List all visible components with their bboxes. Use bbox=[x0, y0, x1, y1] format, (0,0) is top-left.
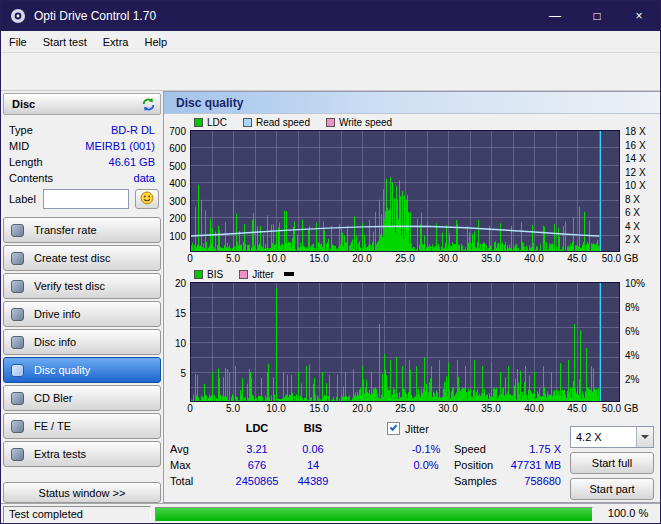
x-tick-label: 5.0 bbox=[226, 403, 240, 414]
y-tick-label: 12 X bbox=[625, 167, 646, 178]
y-tick-label: 14 X bbox=[625, 153, 646, 164]
y-tick-label: 16 X bbox=[625, 140, 646, 151]
y-tick-label: 15 bbox=[175, 308, 186, 319]
x-tick-label: 0 bbox=[187, 403, 193, 414]
menu-start-test[interactable]: Start test bbox=[35, 33, 95, 51]
length-value: 46.61 GB bbox=[109, 156, 155, 168]
jitter-swatch bbox=[239, 270, 248, 279]
test-speed-select[interactable]: 4.2 X bbox=[570, 426, 654, 448]
total-bis-value: 44389 bbox=[283, 475, 343, 487]
type-value: BD-R DL bbox=[111, 124, 155, 136]
max-ldc-value: 676 bbox=[222, 459, 292, 471]
y-tick-label: 700 bbox=[169, 126, 186, 137]
sidebar-item-fe-te[interactable]: FE / TE bbox=[3, 413, 161, 439]
contents-value[interactable]: data bbox=[134, 172, 155, 184]
field-type: Type BD-R DL bbox=[5, 123, 159, 139]
verify-test-disc-label: Verify test disc bbox=[34, 280, 105, 292]
x-tick-label: 25.0 bbox=[395, 253, 414, 264]
y-tick-label: 20 bbox=[175, 278, 186, 289]
app-window: Opti Drive Control 1.70 — □ × File Start… bbox=[0, 0, 661, 524]
ldc-column-header: LDC bbox=[222, 422, 292, 434]
x-tick-label: 20.0 bbox=[352, 253, 371, 264]
x-tick-label: 30.0 bbox=[438, 253, 457, 264]
ldc-x-axis: 05.010.015.020.025.030.035.040.045.050.0… bbox=[164, 252, 661, 266]
disc-section-header: Disc bbox=[3, 93, 161, 115]
avg-bis-value: 0.06 bbox=[283, 443, 343, 455]
close-button[interactable]: × bbox=[618, 1, 660, 31]
y-tick-label: 2% bbox=[625, 374, 639, 385]
start-full-button[interactable]: Start full bbox=[570, 452, 654, 474]
x-tick-label: 20.0 bbox=[352, 403, 371, 414]
ldc-plot-canvas bbox=[190, 130, 620, 252]
sidebar-item-create-test-disc[interactable]: Create test disc bbox=[3, 245, 161, 271]
samples-stat-value: 758680 bbox=[461, 475, 561, 487]
y-tick-label: 8% bbox=[625, 302, 639, 313]
y-tick-label: 400 bbox=[169, 178, 186, 189]
contents-label: Contents bbox=[9, 172, 53, 184]
jitter-checkbox[interactable] bbox=[387, 422, 400, 435]
checkmark-icon bbox=[390, 423, 398, 431]
sidebar-item-verify-test-disc[interactable]: Verify test disc bbox=[3, 273, 161, 299]
drive-info-icon bbox=[11, 308, 24, 321]
y-tick-label: 10% bbox=[625, 278, 645, 289]
bis-plot-canvas bbox=[190, 282, 620, 402]
speed-stat-value: 1.75 X bbox=[461, 443, 561, 455]
legend-jitter: Jitter bbox=[252, 269, 274, 280]
avg-row-label: Avg bbox=[170, 443, 189, 455]
legend-top: LDC Read speed Write speed bbox=[164, 114, 660, 130]
bis-chart: 2015105 10%8%6%4%2% 05.010.015.020.025.0… bbox=[164, 282, 661, 416]
menu-extra[interactable]: Extra bbox=[95, 33, 137, 51]
status-window-button[interactable]: Status window >> bbox=[3, 482, 161, 503]
test-speed-select-value: 4.2 X bbox=[571, 431, 636, 443]
y-tick-label: 6 X bbox=[625, 207, 640, 218]
label-label: Label bbox=[9, 193, 36, 205]
label-row: Label bbox=[5, 189, 159, 211]
y-tick-label: 6% bbox=[625, 326, 639, 337]
progress-fill bbox=[156, 508, 592, 521]
max-bis-value: 14 bbox=[283, 459, 343, 471]
ldc-y-axis-right: 18 X16 X14 X12 X10 X8 X6 X4 X2 X bbox=[622, 130, 661, 266]
length-label: Length bbox=[9, 156, 43, 168]
x-tick-label: 35.0 bbox=[481, 403, 500, 414]
y-tick-label: 5 bbox=[180, 368, 186, 379]
bis-y-axis-right: 10%8%6%4%2% bbox=[622, 282, 661, 416]
start-part-button[interactable]: Start part bbox=[570, 478, 654, 500]
x-tick-label: 0 bbox=[187, 253, 193, 264]
jitter-marker bbox=[284, 272, 294, 276]
test-speed-select-arrow[interactable] bbox=[636, 427, 653, 447]
disc-info-label: Disc info bbox=[34, 336, 76, 348]
total-ldc-value: 2450865 bbox=[222, 475, 292, 487]
sidebar-item-cd-bler[interactable]: CD Bler bbox=[3, 385, 161, 411]
y-tick-label: 18 X bbox=[625, 126, 646, 137]
max-row-label: Max bbox=[170, 459, 191, 471]
statusbar: Test completed 100.0 % bbox=[1, 503, 660, 524]
rescan-disc-icon[interactable] bbox=[141, 97, 156, 114]
y-tick-label: 8 X bbox=[625, 194, 640, 205]
total-row-label: Total bbox=[170, 475, 193, 487]
verify-test-disc-icon bbox=[11, 280, 24, 293]
drive-info-label: Drive info bbox=[34, 308, 80, 320]
legend-bis: BIS bbox=[207, 269, 223, 280]
sidebar-item-disc-quality[interactable]: Disc quality bbox=[3, 357, 161, 383]
position-stat-value: 47731 MB bbox=[461, 459, 561, 471]
sidebar-item-drive-info[interactable]: Drive info bbox=[3, 301, 161, 327]
avg-ldc-value: 3.21 bbox=[222, 443, 292, 455]
transfer-rate-label: Transfer rate bbox=[34, 224, 97, 236]
y-tick-label: 100 bbox=[169, 231, 186, 242]
sidebar-item-extra-tests[interactable]: Extra tests bbox=[3, 441, 161, 467]
sidebar-item-disc-info[interactable]: Disc info bbox=[3, 329, 161, 355]
menu-help[interactable]: Help bbox=[136, 33, 175, 51]
fe-te-icon bbox=[11, 420, 24, 433]
cd-bler-icon bbox=[11, 392, 24, 405]
smiley-button[interactable] bbox=[135, 189, 159, 209]
panel-title: Disc quality bbox=[176, 96, 243, 110]
minimize-button[interactable]: — bbox=[534, 1, 576, 31]
legend-read-speed: Read speed bbox=[256, 117, 310, 128]
jitter-checkbox-label: Jitter bbox=[405, 423, 429, 435]
disc-quality-label: Disc quality bbox=[34, 364, 90, 376]
menu-file[interactable]: File bbox=[1, 33, 35, 51]
sidebar-item-transfer-rate[interactable]: Transfer rate bbox=[3, 217, 161, 243]
y-tick-label: 200 bbox=[169, 213, 186, 224]
maximize-button[interactable]: □ bbox=[576, 1, 618, 31]
disc-label-input[interactable] bbox=[43, 189, 129, 209]
